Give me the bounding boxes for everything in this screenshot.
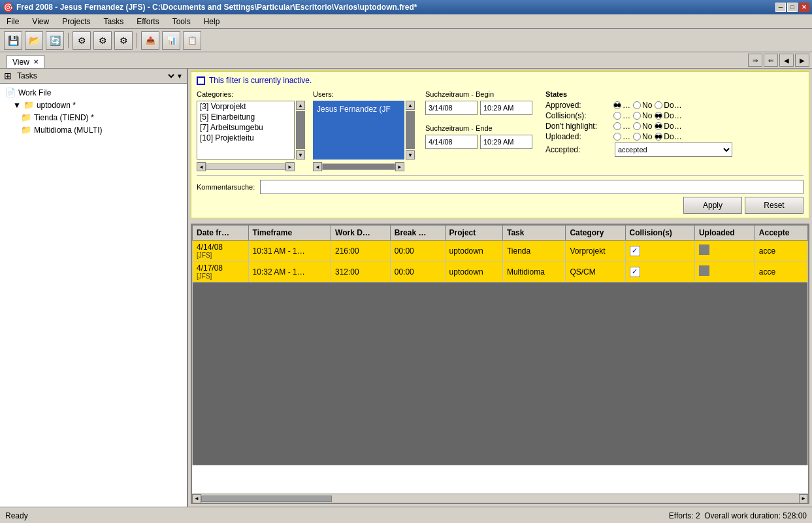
cat-scroll-right[interactable]: ► — [285, 162, 295, 171]
collision-dot-btn[interactable] — [613, 112, 621, 120]
col-uploaded[interactable]: Uploaded — [694, 226, 755, 241]
export-button-2[interactable]: 📊 — [162, 31, 180, 50]
date-end-input[interactable] — [425, 135, 478, 149]
pane-icon-1[interactable]: ⇒ — [748, 54, 762, 67]
dh-no-radio[interactable]: No — [633, 122, 652, 131]
user-scroll-left[interactable]: ◄ — [313, 162, 322, 171]
users-list[interactable]: Jesus Fernandez (JF — [313, 101, 404, 160]
date-begin-input[interactable] — [425, 101, 478, 115]
accepted-select[interactable]: accepted — [615, 143, 732, 157]
dh-do-btn[interactable] — [655, 122, 662, 130]
pane-icon-2[interactable]: ⇐ — [764, 54, 778, 67]
collision-dot-radio[interactable]: … — [613, 111, 630, 120]
dh-do-radio[interactable]: Do… — [655, 122, 681, 131]
collision-no-radio[interactable]: No — [633, 111, 652, 120]
export-button-3[interactable]: 📋 — [183, 31, 201, 50]
col-timeframe[interactable]: Timeframe — [248, 226, 331, 241]
col-task[interactable]: Task — [502, 226, 566, 241]
dh-dot-btn[interactable] — [613, 122, 621, 130]
pane-icon-4[interactable]: ▶ — [795, 54, 809, 67]
col-project[interactable]: Project — [445, 226, 502, 241]
hscroll-right-btn[interactable]: ► — [799, 494, 808, 503]
col-break[interactable]: Break … — [390, 226, 445, 241]
kommentar-input[interactable] — [260, 180, 804, 194]
col-collision[interactable]: Collision(s) — [625, 226, 694, 241]
collision-checkbox-0[interactable]: ✓ — [630, 246, 640, 256]
hscroll-thumb[interactable] — [201, 496, 332, 502]
menu-tools[interactable]: Tools — [169, 16, 195, 27]
up-dot-radio[interactable]: … — [613, 132, 630, 141]
categories-scrollbar[interactable]: ▲ ▼ — [296, 101, 305, 160]
col-workd[interactable]: Work D… — [331, 226, 391, 241]
users-scroll-up[interactable]: ▲ — [406, 101, 415, 110]
up-do-btn[interactable] — [655, 133, 662, 141]
open-button[interactable]: 📂 — [25, 31, 43, 50]
up-do-radio[interactable]: Do… — [655, 132, 681, 141]
categories-list[interactable]: [3] Vorprojekt [5] Einarbeitung [7] Arbe… — [197, 101, 295, 160]
user-item-0[interactable]: Jesus Fernandez (JF — [316, 103, 402, 115]
col-category[interactable]: Category — [566, 226, 625, 241]
category-item-3[interactable]: [10] Projektleitu — [197, 133, 294, 143]
col-accepted[interactable]: Accepte — [755, 226, 807, 241]
table-container[interactable]: Date fr… Timeframe Work D… Break … Proje… — [192, 225, 808, 494]
category-item-2[interactable]: [7] Arbeitsumgebu — [197, 122, 294, 133]
menu-help[interactable]: Help — [200, 16, 224, 27]
time-end-input[interactable] — [480, 135, 532, 149]
sidebar-item-tienda[interactable]: 📁 Tienda (TIEND) * — [18, 111, 184, 124]
table-row[interactable]: 4/17/08 [JFS] 10:32 AM - 1… 312:00 00:00… — [193, 262, 808, 282]
settings-button-1[interactable]: ⚙ — [73, 31, 91, 50]
users-scrollbar[interactable]: ▲ ▼ — [406, 101, 415, 160]
hscroll-left-btn[interactable]: ◄ — [192, 494, 201, 503]
collision-do-radio[interactable]: Do… — [655, 111, 681, 120]
users-scroll-down[interactable]: ▼ — [406, 150, 415, 160]
dh-no-btn[interactable] — [633, 122, 641, 130]
menu-tasks[interactable]: Tasks — [100, 16, 128, 27]
approved-dot-btn[interactable] — [613, 101, 621, 109]
menu-view[interactable]: View — [28, 16, 53, 27]
approved-no-btn[interactable] — [633, 101, 641, 109]
view-tab[interactable]: View ✕ — [7, 55, 44, 68]
sidebar-item-workfile[interactable]: 📄 Work File — [3, 86, 184, 99]
table-hscrollbar[interactable]: ◄ ► — [192, 494, 808, 503]
col-date[interactable]: Date fr… — [193, 226, 249, 241]
minimize-button[interactable]: ─ — [775, 3, 786, 12]
time-begin-input[interactable] — [480, 101, 532, 115]
maximize-button[interactable]: □ — [787, 3, 798, 12]
sidebar-tasks-select[interactable]: Tasks — [14, 71, 176, 81]
collision-no-btn[interactable] — [633, 112, 641, 120]
uploaded-btn-0[interactable] — [699, 245, 709, 255]
menu-projects[interactable]: Projects — [58, 16, 94, 27]
collision-do-btn[interactable] — [655, 112, 662, 120]
pane-icon-3[interactable]: ◀ — [779, 54, 794, 67]
menu-efforts[interactable]: Efforts — [133, 16, 163, 27]
uploaded-btn-1[interactable] — [699, 265, 709, 276]
category-item-1[interactable]: [5] Einarbeitung — [197, 112, 294, 122]
close-button[interactable]: ✕ — [799, 3, 809, 12]
approved-do-radio[interactable]: Do… — [655, 101, 681, 110]
up-no-radio[interactable]: No — [633, 132, 652, 141]
up-no-btn[interactable] — [633, 133, 641, 141]
settings-button-2[interactable]: ⚙ — [93, 31, 112, 50]
scroll-down-btn[interactable]: ▼ — [296, 150, 305, 160]
approved-dot-radio[interactable]: … — [613, 101, 630, 110]
menu-file[interactable]: File — [3, 16, 23, 27]
apply-button[interactable]: Apply — [683, 197, 742, 214]
user-scroll-right[interactable]: ► — [395, 162, 404, 171]
export-button-1[interactable]: 📤 — [141, 31, 159, 50]
scroll-up-btn[interactable]: ▲ — [296, 101, 305, 110]
category-item-0[interactable]: [3] Vorprojekt — [197, 101, 294, 112]
collision-checkbox-1[interactable]: ✓ — [630, 267, 640, 277]
dh-dot-radio[interactable]: … — [613, 122, 630, 131]
settings-button-3[interactable]: ⚙ — [114, 31, 133, 50]
sidebar-item-uptodown[interactable]: ▼ 📁 uptodown * — [10, 99, 184, 111]
table-row[interactable]: 4/14/08 [JFS] 10:31 AM - 1… 216:00 00:00… — [193, 241, 808, 262]
sidebar-item-multidioma[interactable]: 📁 Multidioma (MULTI) — [18, 124, 184, 136]
refresh-button[interactable]: 🔄 — [46, 31, 64, 50]
approved-no-radio[interactable]: No — [633, 101, 652, 110]
cat-scroll-left[interactable]: ◄ — [197, 162, 206, 171]
approved-do-btn[interactable] — [655, 101, 662, 109]
save-button[interactable]: 💾 — [4, 31, 22, 50]
up-dot-btn[interactable] — [613, 133, 621, 141]
reset-button[interactable]: Reset — [745, 197, 804, 214]
tab-close-button[interactable]: ✕ — [33, 58, 39, 65]
